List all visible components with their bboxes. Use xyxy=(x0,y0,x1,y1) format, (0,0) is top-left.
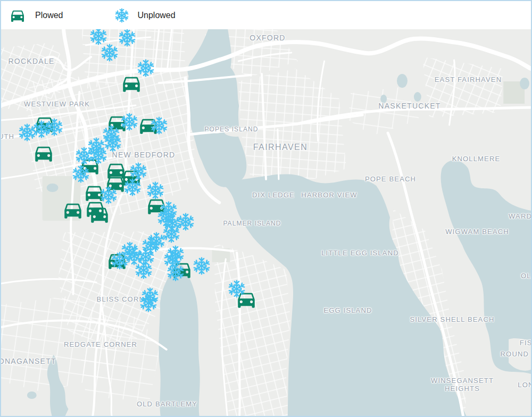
snowflake-icon xyxy=(149,116,169,136)
unplowed-marker[interactable] xyxy=(45,118,64,137)
unplowed-marker[interactable] xyxy=(192,256,212,276)
unplowed-marker[interactable] xyxy=(89,146,109,165)
car-icon xyxy=(61,199,85,221)
unplowed-marker[interactable] xyxy=(149,116,169,136)
snowflake-icon xyxy=(110,251,130,271)
unplowed-marker[interactable] xyxy=(139,294,159,313)
snowflake-icon xyxy=(45,118,64,137)
unplowed-marker[interactable] xyxy=(118,29,137,48)
unplowed-marker[interactable] xyxy=(110,251,130,271)
car-icon xyxy=(87,203,112,226)
snowflake-icon xyxy=(139,294,159,313)
legend-unplowed-label: Unplowed xyxy=(137,11,175,20)
unplowed-marker[interactable] xyxy=(166,263,186,282)
unplowed-marker[interactable] xyxy=(146,181,165,201)
snowflake-icon xyxy=(100,43,120,63)
snowflake-icon xyxy=(166,263,186,282)
car-icon xyxy=(31,142,56,164)
plowed-marker[interactable] xyxy=(31,142,56,164)
unplowed-marker[interactable] xyxy=(100,43,120,63)
snowflake-icon xyxy=(192,256,212,276)
snowflake-icon xyxy=(99,186,119,205)
unplowed-marker[interactable] xyxy=(99,186,119,205)
snowflake-icon xyxy=(120,112,139,132)
plowed-marker[interactable] xyxy=(87,203,112,226)
legend-item-unplowed: Unplowed xyxy=(88,7,175,23)
snowflake-icon xyxy=(146,181,165,201)
snowflake-icon xyxy=(89,146,109,165)
snowplow-map-app: Plowed Unplowed xyxy=(0,0,532,417)
unplowed-marker[interactable] xyxy=(136,59,156,78)
car-icon xyxy=(7,7,28,24)
legend-plowed-label: Plowed xyxy=(35,11,63,20)
map-marker-layer xyxy=(1,29,531,416)
snowflake-icon xyxy=(123,178,143,197)
map-legend: Plowed Unplowed xyxy=(1,1,531,29)
snowflake-icon xyxy=(136,59,156,78)
unplowed-marker[interactable] xyxy=(123,178,143,197)
unplowed-marker[interactable] xyxy=(134,261,154,280)
map-canvas[interactable]: ROCKDALEWESTVIEW PARKUTHNEW BEDFORDOXFOR… xyxy=(1,29,531,416)
legend-item-plowed: Plowed xyxy=(7,7,63,24)
snowflake-icon xyxy=(114,7,130,23)
unplowed-marker[interactable] xyxy=(71,164,91,184)
plowed-marker[interactable] xyxy=(61,199,85,221)
unplowed-marker[interactable] xyxy=(120,112,139,132)
snowflake-icon xyxy=(71,164,91,184)
snowflake-icon xyxy=(118,29,137,48)
snowflake-icon xyxy=(134,261,154,280)
unplowed-marker[interactable] xyxy=(227,279,247,299)
snowflake-icon xyxy=(227,279,247,299)
